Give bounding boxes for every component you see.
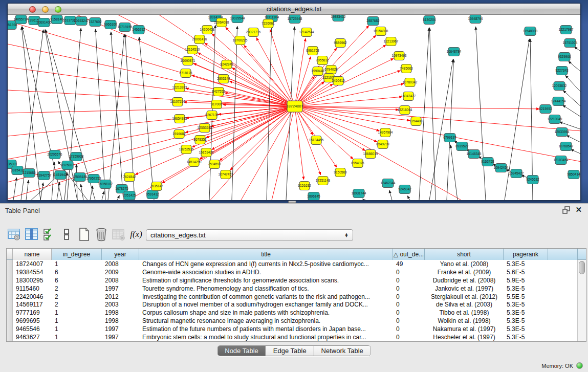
table-row[interactable]: 977716911998Corpus callosum shape and si… (13, 309, 577, 317)
tab-network-table[interactable]: Network Table (314, 346, 371, 356)
table-row[interactable]: 2242004622012Investigating the contribut… (13, 293, 577, 301)
graph-node[interactable]: 1990448 (311, 67, 324, 76)
graph-node[interactable]: 9150560 (334, 168, 347, 177)
graph-node[interactable]: 8678352 (193, 136, 207, 144)
column-header-year[interactable]: year (102, 249, 139, 260)
new-column-document-icon[interactable] (76, 226, 92, 243)
scrollbar-thumb[interactable] (579, 261, 585, 274)
graph-node[interactable]: 16154808 (374, 27, 388, 36)
table-row[interactable]: 1938455462009Genome-wide association stu… (13, 268, 577, 276)
close-panel-icon[interactable]: ✕ (575, 206, 582, 214)
graph-node[interactable]: 15751074 (563, 39, 578, 48)
graph-node[interactable]: 12444154 (551, 97, 566, 106)
vertical-scrollbar[interactable] (577, 260, 586, 341)
graph-node[interactable]: 17359928 (69, 152, 84, 161)
graph-node[interactable]: 13942757 (37, 171, 52, 180)
graph-node[interactable]: 12033954 (555, 128, 570, 137)
graph-node[interactable]: 7955812 (316, 56, 329, 65)
column-header-in_degree[interactable]: in_degree (52, 249, 102, 260)
graph-node[interactable]: 6151632 (298, 182, 311, 190)
graph-node[interactable]: 8427552 (212, 87, 225, 96)
graph-node[interactable]: 16958107 (98, 180, 113, 189)
graph-node[interactable]: 10973493 (392, 52, 407, 60)
graph-node[interactable]: 12093832 (552, 82, 567, 91)
tab-node-table[interactable]: Node Table (217, 346, 266, 356)
graph-node[interactable]: 2803144 (217, 75, 230, 83)
graph-node[interactable]: 17251148 (316, 177, 331, 185)
graph-node[interactable]: 15723948 (288, 15, 302, 24)
graph-node[interactable]: 20091436 (192, 35, 207, 44)
graph-node[interactable]: 7594598 (208, 160, 221, 169)
graph-node[interactable]: 317006 (211, 100, 222, 109)
graph-node[interactable]: 10653247 (74, 17, 89, 26)
graph-node[interactable]: 9245042 (398, 185, 411, 194)
tab-edge-table[interactable]: Edge Table (266, 346, 314, 356)
graph-node[interactable]: 14957964 (378, 128, 393, 137)
graph-node[interactable]: 14055724 (14, 15, 29, 24)
graph-node[interactable]: 18252536 (179, 145, 194, 154)
graph-node[interactable]: 6799197 (443, 134, 456, 142)
graph-node[interactable]: 18724007 (286, 101, 303, 112)
table-row[interactable]: 946554611997Estimation of the future num… (13, 325, 577, 333)
graph-node[interactable]: 6966160 (104, 20, 117, 29)
column-header-pagerank[interactable]: pagerank (504, 249, 548, 260)
graph-node[interactable]: 3450415 (332, 77, 345, 85)
graph-node[interactable]: 16648784 (447, 48, 462, 56)
graph-node[interactable]: 6961758 (306, 47, 319, 55)
graph-node[interactable]: 12213967 (384, 37, 399, 46)
graph-node[interactable]: 18931744 (352, 189, 366, 198)
graph-node[interactable]: 19654985 (172, 115, 187, 123)
column-header-title[interactable]: title (139, 249, 393, 260)
graph-node[interactable]: 2051425 (123, 191, 136, 200)
graph-node[interactable]: 7624542 (123, 173, 136, 182)
delete-column-trash-icon[interactable] (93, 226, 110, 243)
graph-node[interactable]: 1154408 (410, 117, 423, 126)
graph-node[interactable]: 1215686 (23, 169, 36, 178)
graph-node[interactable]: 1466292 (132, 26, 145, 34)
graph-node[interactable]: 9162458 (481, 158, 494, 166)
table-row[interactable]: 911546021997Tourette syndrome. Phenomeno… (13, 285, 577, 293)
graph-node[interactable]: 16151429 (199, 148, 214, 157)
table-selector-dropdown[interactable]: citations_edges.txt ▲▼ (146, 229, 353, 241)
graph-node[interactable]: 16146345 (467, 150, 482, 159)
graph-node[interactable]: 8549299 (376, 140, 389, 149)
graph-node[interactable]: 9245632 (526, 176, 539, 184)
graph-node[interactable]: 19029544 (230, 15, 245, 23)
graph-node[interactable]: 12553584 (198, 124, 212, 133)
graph-node[interactable]: 19883412 (331, 15, 346, 21)
graph-node[interactable]: 8215953 (539, 105, 552, 114)
graph-canvas[interactable]: 2051398140557241896157206914069158140161… (8, 15, 581, 201)
graph-node[interactable]: 13216064 (398, 106, 412, 115)
graph-node[interactable]: 16945422 (509, 169, 524, 178)
graph-node[interactable]: 9850414 (567, 170, 580, 179)
table-mode-gear-icon[interactable] (6, 226, 23, 243)
rows-stack-icon[interactable] (58, 226, 75, 243)
graph-node[interactable]: 9242845 (220, 60, 233, 69)
graph-node[interactable]: 1896145 (307, 192, 320, 201)
graph-node[interactable]: 22064088 (214, 18, 229, 27)
graph-node[interactable]: 9975887 (61, 161, 74, 170)
table-row[interactable]: 946362711997Embryonic stem cells: a mode… (13, 333, 577, 341)
graph-node[interactable]: 15134455 (309, 136, 324, 145)
graph-node[interactable]: 10747457 (219, 170, 233, 179)
graph-node[interactable]: 15948794 (468, 15, 483, 24)
graph-node[interactable]: 11548088 (523, 27, 538, 36)
graph-node[interactable]: 12217987 (559, 26, 574, 34)
graph-node[interactable]: 10719155 (118, 23, 133, 32)
graph-node[interactable]: 17210049 (548, 115, 562, 124)
graph-node[interactable]: 1527602 (89, 18, 102, 27)
graph-node[interactable]: 6794028 (324, 65, 338, 74)
table-row[interactable]: 1830029562008Estimation of significance … (13, 276, 577, 285)
table-row[interactable]: 969969511998Structural magnetic resonanc… (13, 317, 577, 325)
graph-node[interactable]: 16107554 (170, 98, 185, 106)
graph-node[interactable]: 10686019 (363, 150, 378, 159)
graph-node[interactable]: 9886962 (334, 39, 347, 48)
graph-node[interactable]: 9591412 (146, 190, 159, 199)
graph-node[interactable]: 12103454 (554, 156, 569, 165)
table-row[interactable]: 1872400712008Changes of HCN gene express… (13, 260, 577, 268)
select-columns-checklist-icon[interactable] (41, 226, 57, 243)
graph-node[interactable]: 10942454 (494, 164, 509, 172)
graph-node[interactable]: 12462344 (381, 179, 396, 188)
graph-node[interactable]: 18700225 (233, 36, 248, 45)
graph-node[interactable]: 16047427 (401, 92, 416, 101)
